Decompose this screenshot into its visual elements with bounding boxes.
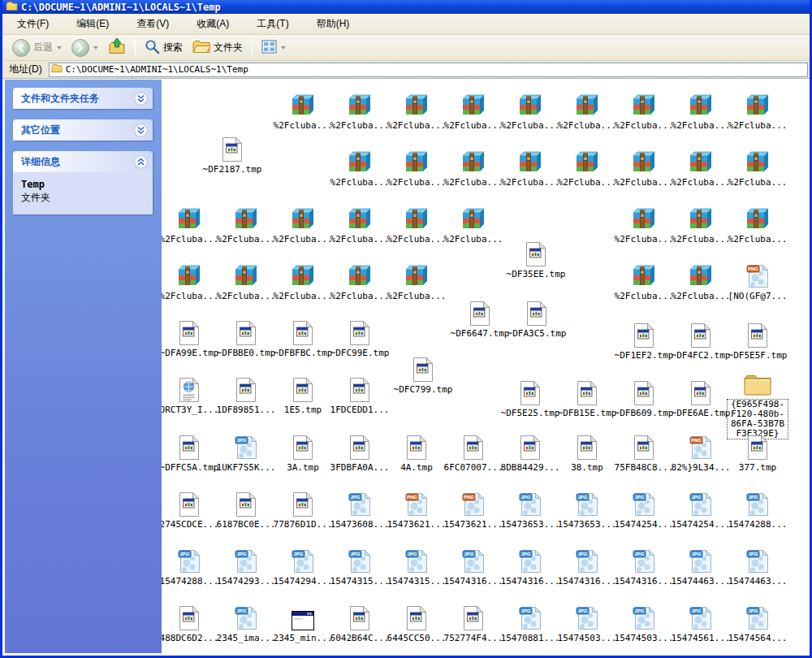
file-item[interactable]: ~DF2187.tmp <box>204 135 261 175</box>
file-item[interactable]: PNG[NO(GF@7... <box>729 262 786 301</box>
file-item[interactable]: 8DB84429... <box>502 433 559 473</box>
file-item[interactable]: 1DF89851... <box>218 375 274 415</box>
file-item[interactable]: %2Fcluba... <box>162 262 218 301</box>
file-item[interactable]: JPG15474294... <box>274 547 331 587</box>
file-item[interactable]: ~DF5E25.tmp <box>502 379 559 418</box>
address-input[interactable] <box>66 64 807 76</box>
forward-dropdown-icon[interactable] <box>93 46 98 50</box>
file-item[interactable]: JPG15474561... <box>672 604 729 643</box>
panel-other-places-header[interactable]: 其它位置 <box>13 119 153 141</box>
file-item[interactable]: JPG15474463... <box>672 547 729 587</box>
file-item[interactable]: %2Fcluba... <box>388 148 445 188</box>
menu-favorites[interactable]: 收藏(A) <box>190 15 239 33</box>
file-item[interactable]: %2Fcluba... <box>331 91 388 131</box>
file-item[interactable]: %2Fcluba... <box>672 91 729 131</box>
back-dropdown-icon[interactable] <box>57 46 62 50</box>
file-item[interactable]: JPG15474463... <box>729 547 786 587</box>
file-item[interactable]: PNG15473621... <box>388 490 445 530</box>
up-button[interactable] <box>103 37 131 59</box>
file-item[interactable]: 3A.tmp <box>274 433 331 473</box>
chevron-double-up-icon[interactable] <box>134 155 148 169</box>
file-item[interactable]: JPG15474254... <box>672 490 729 530</box>
file-item[interactable]: JPG15474254... <box>615 490 672 530</box>
file-item[interactable]: 488DC6D2... <box>162 604 218 643</box>
file-item[interactable]: %2Fcluba... <box>729 91 786 131</box>
file-item[interactable]: %2Fcluba... <box>445 91 502 131</box>
file-item[interactable]: %2Fcluba... <box>559 91 615 131</box>
file-item[interactable]: 752774F4... <box>445 604 502 643</box>
file-item[interactable]: %2Fcluba... <box>502 148 559 188</box>
file-item[interactable]: ~DFA99E.tmp <box>162 318 218 358</box>
file-item[interactable]: 2345_min... <box>274 604 331 643</box>
file-item[interactable]: %2Fcluba... <box>502 91 559 131</box>
file-item[interactable]: %2Fcluba... <box>559 148 615 188</box>
panel-details-header[interactable]: 详细信息 <box>13 151 153 172</box>
file-item[interactable]: %2Fcluba... <box>274 262 331 301</box>
file-item[interactable]: JPG15474316... <box>559 547 615 587</box>
file-item[interactable]: PNG15473621... <box>445 490 502 530</box>
file-item[interactable]: ~DFE6AE.tmp <box>672 379 729 418</box>
panel-file-tasks-header[interactable]: 文件和文件夹任务 <box>13 88 153 109</box>
file-item[interactable]: JPG15474288... <box>729 490 786 530</box>
chevron-double-down-icon[interactable] <box>134 92 148 106</box>
file-item[interactable]: %2Fcluba... <box>218 205 274 245</box>
file-item[interactable]: 6FC07007... <box>445 433 502 473</box>
address-box[interactable] <box>49 63 808 77</box>
menu-tools[interactable]: 工具(T) <box>250 15 298 33</box>
file-item[interactable]: ~DFC99E.tmp <box>331 318 388 358</box>
file-item[interactable]: 1E5.tmp <box>274 375 331 415</box>
file-item[interactable]: 2745CDCE... <box>162 490 218 530</box>
views-dropdown-icon[interactable] <box>281 46 286 50</box>
file-item[interactable]: JPG15473653... <box>502 490 559 530</box>
search-button[interactable]: 搜索 <box>140 37 188 59</box>
file-item[interactable]: PNG82%}9L34... <box>672 433 729 473</box>
file-item[interactable]: %2Fcluba... <box>615 91 672 131</box>
file-item[interactable]: JPG15473653... <box>559 490 615 530</box>
file-item[interactable]: %2Fcluba... <box>445 148 502 188</box>
file-item[interactable]: JPG15474564... <box>729 604 786 643</box>
file-item[interactable]: %2Fcluba... <box>331 205 388 245</box>
file-item[interactable]: %2Fcluba... <box>388 262 445 301</box>
file-item[interactable]: JPG15474316... <box>615 547 672 587</box>
file-item[interactable]: ~DF1EF2.tmp <box>615 321 672 361</box>
file-item[interactable]: 6042B64C... <box>331 604 388 643</box>
file-item[interactable]: 3FDBFA0A... <box>331 433 388 473</box>
file-item[interactable]: %2Fcluba... <box>615 148 672 188</box>
file-item[interactable]: %2Fcluba... <box>615 262 672 301</box>
file-item[interactable]: JPG15470881... <box>502 604 559 643</box>
file-item[interactable]: %2Fcluba... <box>331 148 388 188</box>
file-item[interactable]: JPG15474503... <box>615 604 672 643</box>
file-item[interactable]: ~DF35EE.tmp <box>508 240 564 279</box>
file-item[interactable]: 75FB48C8... <box>615 433 672 473</box>
file-item[interactable]: %2Fcluba... <box>218 262 274 301</box>
file-item[interactable]: 6187BC0E... <box>218 490 274 530</box>
file-item[interactable]: JPG15474293... <box>218 547 274 587</box>
file-item[interactable]: ~DFB609.tmp <box>615 379 672 418</box>
file-item[interactable]: %2Fcluba... <box>331 262 388 301</box>
menu-edit[interactable]: 编辑(E) <box>70 15 119 33</box>
file-item[interactable]: ~DFA3C5.tmp <box>508 299 565 339</box>
file-item[interactable]: ~DFFC5A.tmp <box>162 433 218 473</box>
file-item[interactable]: 38.tmp <box>559 433 615 473</box>
file-item[interactable]: %2Fcluba... <box>672 148 729 188</box>
menu-file[interactable]: 文件(F) <box>11 15 58 33</box>
menu-view[interactable]: 查看(V) <box>130 15 179 33</box>
file-item[interactable]: %2Fcluba... <box>445 205 502 245</box>
file-item[interactable]: JPG15474288... <box>162 547 218 587</box>
file-item[interactable]: JPG2345_ima... <box>218 604 274 643</box>
file-item[interactable]: ~DF4FC2.tmp <box>672 321 729 361</box>
file-item[interactable]: %2Fcluba... <box>162 205 218 245</box>
file-item[interactable]: 6445CC50... <box>388 604 445 643</box>
file-item[interactable]: %2Fcluba... <box>388 205 445 245</box>
file-item[interactable]: ~DF6647.tmp <box>451 299 508 339</box>
file-item[interactable]: JPG15474316... <box>445 547 502 587</box>
file-item[interactable]: %2Fcluba... <box>672 262 729 301</box>
file-item[interactable]: %2Fcluba... <box>274 205 331 245</box>
file-item[interactable]: 1FDCEDD1... <box>331 375 388 415</box>
file-item[interactable]: JPG15474316... <box>502 547 559 587</box>
file-item[interactable]: 77876D1D... <box>274 490 331 530</box>
file-item[interactable]: JPG15473608... <box>331 490 388 530</box>
file-item[interactable]: %2Fcluba... <box>388 91 445 131</box>
file-item[interactable]: ~DFBFBC.tmp <box>274 318 331 358</box>
file-item[interactable]: JPG1UKF7S5K... <box>218 433 274 473</box>
